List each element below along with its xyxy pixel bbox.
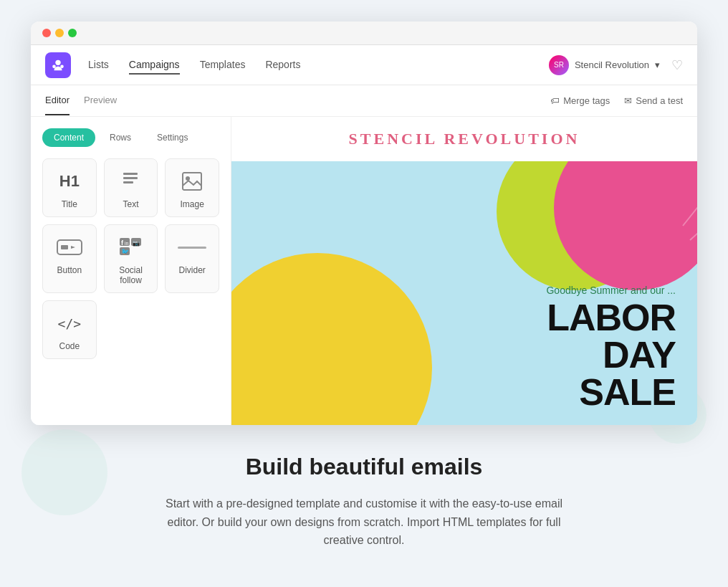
envelope-icon: ✉	[624, 95, 632, 106]
avatar: SR	[549, 55, 569, 75]
tag-icon: 🏷	[550, 95, 560, 106]
bottom-section: Build beautiful emails Start with a pre-…	[142, 425, 586, 557]
sidebar-tabs: Content Rows Settings	[42, 128, 219, 147]
block-social[interactable]: f in 🐦 📷 Social follow	[104, 224, 158, 293]
bg-decoration-1	[21, 429, 107, 515]
svg-text:📷: 📷	[133, 239, 140, 247]
svg-rect-3	[123, 173, 138, 175]
block-divider[interactable]: Divider	[165, 224, 219, 293]
account-name: Stencil Revolution	[575, 59, 649, 70]
chevron-down-icon: ▾	[655, 59, 660, 70]
nav-right: SR Stencil Revolution ▾ ♡	[549, 55, 683, 75]
image-icon	[181, 169, 203, 194]
close-button[interactable]	[42, 29, 51, 37]
editor-sidebar: Content Rows Settings H1 Title	[31, 117, 231, 425]
email-preview: STENCIL REVOLUTION	[231, 117, 697, 425]
social-icon: f in 🐦 📷	[119, 235, 142, 259]
browser-window: Lists Campaigns Templates Reports SR Ste…	[31, 22, 697, 425]
block-button-label: Button	[57, 265, 82, 275]
preview-header: STENCIL REVOLUTION	[231, 117, 697, 161]
send-test-label: Send a test	[636, 95, 683, 106]
nav-bar: Lists Campaigns Templates Reports SR Ste…	[31, 45, 697, 85]
preview-image-area: Goodbye Summer and our ... LABOR DAY SAL…	[231, 161, 697, 425]
h1-icon: H1	[59, 169, 80, 194]
nav-templates[interactable]: Templates	[200, 56, 246, 75]
block-image-label: Image	[180, 199, 203, 209]
svg-line-18	[690, 176, 697, 240]
svg-text:in: in	[125, 241, 129, 246]
content-blocks: H1 Title Text	[42, 158, 219, 359]
sidebar-tab-settings[interactable]: Settings	[145, 128, 199, 147]
sidebar-tab-rows[interactable]: Rows	[98, 128, 143, 147]
heart-icon[interactable]: ♡	[671, 57, 683, 73]
nav-lists[interactable]: Lists	[88, 56, 109, 75]
block-code[interactable]: </> Code	[42, 300, 97, 359]
sale-text: Goodbye Summer and our ... LABOR DAY SAL…	[546, 285, 676, 411]
block-button[interactable]: Button	[42, 224, 97, 293]
tab-editor[interactable]: Editor	[45, 86, 70, 115]
main-description: Start with a pre-designed template and c…	[156, 495, 572, 550]
send-test-action[interactable]: ✉ Send a test	[624, 95, 683, 106]
text-icon	[120, 169, 140, 194]
maximize-button[interactable]	[68, 29, 77, 37]
block-image[interactable]: Image	[165, 158, 219, 217]
svg-point-7	[186, 176, 190, 181]
block-text[interactable]: Text	[104, 158, 158, 217]
traffic-lights	[42, 29, 77, 37]
preview-panel: STENCIL REVOLUTION	[231, 117, 697, 425]
merge-tags-label: Merge tags	[563, 95, 610, 106]
svg-rect-5	[123, 181, 133, 183]
sale-line1: LABOR DAY SALE	[546, 299, 676, 411]
button-icon	[57, 235, 82, 259]
logo	[45, 52, 71, 78]
minimize-button[interactable]	[55, 29, 64, 37]
code-icon: </>	[58, 311, 82, 335]
editor-actions: 🏷 Merge tags ✉ Send a test	[550, 95, 683, 106]
main-heading: Build beautiful emails	[156, 454, 572, 480]
goodbye-text: Goodbye Summer and our ...	[546, 285, 676, 296]
block-title-label: Title	[62, 199, 77, 209]
svg-rect-9	[61, 245, 68, 249]
tab-preview[interactable]: Preview	[84, 86, 117, 115]
svg-rect-4	[123, 177, 138, 179]
block-text-label: Text	[123, 199, 138, 209]
nav-campaigns[interactable]: Campaigns	[129, 56, 180, 75]
block-social-label: Social follow	[110, 265, 152, 285]
editor-tabs: Editor Preview	[45, 86, 117, 115]
nav-reports[interactable]: Reports	[265, 56, 300, 75]
brand-name: STENCIL REVOLUTION	[244, 130, 684, 148]
divider-icon	[178, 235, 206, 259]
svg-line-17	[683, 161, 697, 226]
svg-text:🐦: 🐦	[121, 247, 130, 256]
svg-rect-6	[183, 173, 201, 190]
nav-links: Lists Campaigns Templates Reports	[88, 56, 549, 75]
svg-point-2	[60, 65, 64, 68]
title-bar	[31, 22, 697, 45]
merge-tags-action[interactable]: 🏷 Merge tags	[550, 95, 610, 106]
sidebar-tab-content[interactable]: Content	[42, 128, 95, 147]
svg-point-0	[55, 59, 60, 65]
account-badge[interactable]: SR Stencil Revolution ▾	[549, 55, 660, 75]
editor-toolbar: Editor Preview 🏷 Merge tags ✉ Send a tes…	[31, 85, 697, 117]
editor-content: Content Rows Settings H1 Title	[31, 117, 697, 425]
logo-icon	[50, 57, 66, 73]
block-code-label: Code	[59, 341, 80, 351]
block-title[interactable]: H1 Title	[42, 158, 97, 217]
block-divider-label: Divider	[178, 265, 205, 275]
svg-point-1	[52, 65, 56, 68]
